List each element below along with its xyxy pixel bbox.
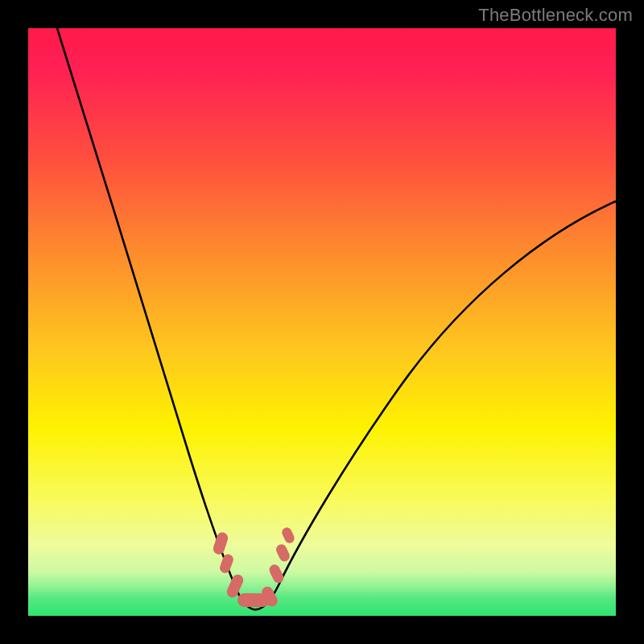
bottleneck-curve [57, 28, 616, 609]
plot-area [28, 28, 616, 616]
marker [280, 526, 295, 544]
watermark-text: TheBottleneck.com [478, 5, 633, 26]
marker [267, 563, 285, 584]
marker-group [212, 526, 296, 608]
marker [275, 543, 291, 563]
curve-layer [28, 28, 616, 616]
marker [212, 531, 229, 556]
marker [218, 553, 234, 575]
chart-frame: TheBottleneck.com [0, 0, 644, 644]
